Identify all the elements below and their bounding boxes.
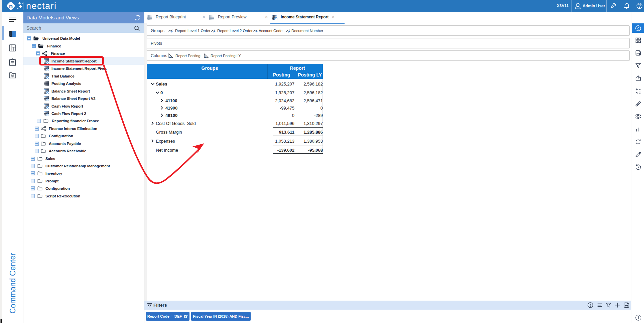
svg-text:n: n: [9, 3, 13, 10]
